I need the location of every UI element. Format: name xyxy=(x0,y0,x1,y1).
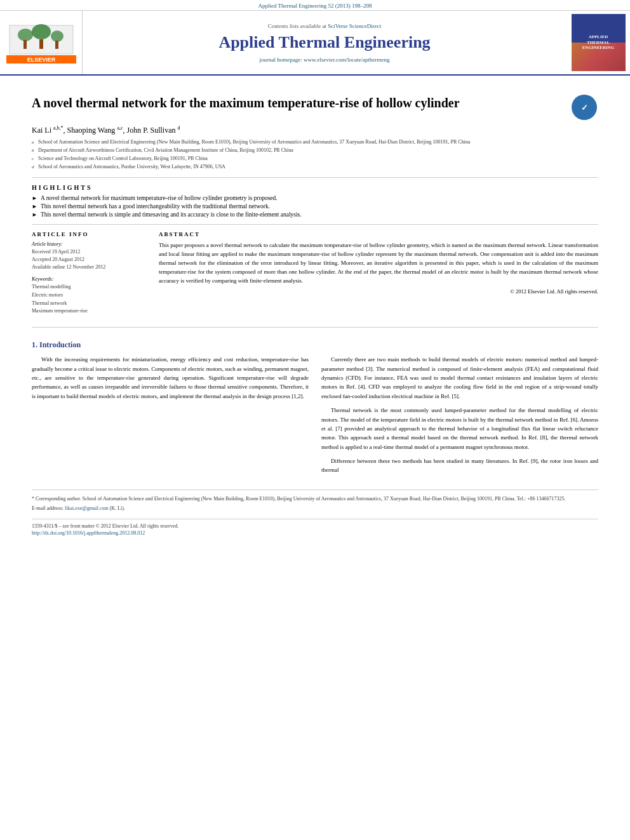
keyword-4: Maximum temperature-rise xyxy=(32,307,146,316)
footer-section: 1359-4311/$ – see front matter © 2012 El… xyxy=(32,519,598,536)
issn-text: 1359-4311/$ – see front matter © 2012 El… xyxy=(32,523,598,529)
journal-cover-image: APPLIEDTHERMALENGINEERING xyxy=(572,14,626,71)
keyword-1: Thermal modelling xyxy=(32,283,146,291)
available-date: Available online 12 November 2012 xyxy=(32,263,146,271)
highlight-item-1: ► A novel thermal network for maximum te… xyxy=(32,195,598,201)
author-super-2: a,c xyxy=(117,125,123,131)
svg-text:ELSEVIER: ELSEVIER xyxy=(27,57,55,63)
introduction-body: With the increasing requirements for min… xyxy=(32,355,598,480)
svg-point-2 xyxy=(32,24,51,39)
received-date: Received 19 April 2012 xyxy=(32,248,146,256)
abstract-column: ABSTRACT This paper proposes a novel the… xyxy=(159,231,598,321)
highlight-item-3: ► This novel thermal network is simple a… xyxy=(32,211,598,218)
svg-rect-6 xyxy=(55,41,58,49)
intro-para-2: Currently there are two main methods to … xyxy=(321,355,598,401)
email-link[interactable]: likai.exe@gmail.com xyxy=(65,505,109,511)
author-super-3: d xyxy=(178,125,180,131)
history-label: Article history: xyxy=(32,241,146,247)
info-abstract-section: ARTICLE INFO Article history: Received 1… xyxy=(32,231,598,321)
journal-header: ELSEVIER Contents lists available at Sci… xyxy=(0,11,630,76)
author-super-1: a,b,* xyxy=(53,125,64,131)
cover-title: APPLIEDTHERMALENGINEERING xyxy=(582,34,615,50)
article-title-text: A novel thermal network for the maximum … xyxy=(32,95,563,111)
crossmark-icon: ✓ xyxy=(572,95,597,120)
footnote-corresponding: * Corresponding author. School of Automa… xyxy=(32,495,598,503)
journal-ref-text: Applied Thermal Engineering 52 (2013) 19… xyxy=(258,3,372,9)
divider-2 xyxy=(32,224,598,225)
article-info-label: ARTICLE INFO xyxy=(32,231,146,237)
keyword-3: Thermal network xyxy=(32,300,146,308)
intro-col-right: Currently there are two main methods to … xyxy=(321,355,598,480)
footnotes-section: * Corresponding author. School of Automa… xyxy=(32,490,598,512)
keyword-2: Electric motors xyxy=(32,291,146,300)
intro-para-4: Difference between these two methods has… xyxy=(321,457,598,475)
highlight-item-2: ► This novel thermal network has a good … xyxy=(32,203,598,210)
svg-point-1 xyxy=(18,29,33,41)
article-history: Article history: Received 19 April 2012 … xyxy=(32,241,146,271)
accepted-date: Accepted 20 August 2012 xyxy=(32,256,146,263)
introduction-section: 1. Introduction With the increasing requ… xyxy=(32,340,598,480)
footnote-email: E-mail address: likai.exe@gmail.com (K. … xyxy=(32,505,598,512)
svg-text:✓: ✓ xyxy=(580,103,587,112)
divider-3 xyxy=(32,327,598,328)
journal-homepage: journal homepage: www.elsevier.com/locat… xyxy=(260,57,390,63)
article-title-section: A novel thermal network for the maximum … xyxy=(32,95,598,120)
journal-homepage-link[interactable]: journal homepage: www.elsevier.com/locat… xyxy=(260,57,390,63)
highlights-label: HIGHLIGHTS xyxy=(32,184,598,191)
journal-header-center: Contents lists available at SciVerse Sci… xyxy=(83,11,566,74)
intro-col-left: With the increasing requirements for min… xyxy=(32,355,309,480)
journal-reference-bar: Applied Thermal Engineering 52 (2013) 19… xyxy=(0,0,630,11)
doi-link[interactable]: http://dx.doi.org/10.1016/j.applthermale… xyxy=(32,530,145,536)
crossmark-badge[interactable]: ✓ xyxy=(570,95,598,120)
authors-line: Kai Li a,b,*, Shaoping Wang a,c, John P.… xyxy=(32,125,598,135)
svg-point-3 xyxy=(51,30,64,42)
elsevier-logo: ELSEVIER xyxy=(6,22,76,63)
journal-cover-area: APPLIEDTHERMALENGINEERING xyxy=(566,11,630,74)
main-content: A novel thermal network for the maximum … xyxy=(0,76,630,545)
affiliation-a: a School of Automation Science and Elect… xyxy=(32,138,598,146)
arrow-icon-3: ► xyxy=(32,211,37,218)
abstract-body: This paper proposes a novel thermal netw… xyxy=(159,241,598,286)
affiliation-c: c Science and Technology on Aircraft Con… xyxy=(32,155,598,163)
affiliation-d: d School of Aeronautics and Astronautics… xyxy=(32,163,598,171)
elsevier-logo-area: ELSEVIER xyxy=(0,11,83,74)
intro-para-3: Thermal network is the most commonly use… xyxy=(321,406,598,451)
arrow-icon-1: ► xyxy=(32,195,37,201)
svg-rect-4 xyxy=(39,39,43,49)
keywords-section: Keywords: Thermal modelling Electric mot… xyxy=(32,276,146,316)
copyright-notice: © 2012 Elsevier Ltd. All rights reserved… xyxy=(159,288,598,295)
abstract-label: ABSTRACT xyxy=(159,231,598,237)
section-title: 1. Introduction xyxy=(32,340,598,350)
doi-text: http://dx.doi.org/10.1016/j.applthermale… xyxy=(32,530,598,536)
sciverse-link[interactable]: SciVerse ScienceDirect xyxy=(328,23,381,29)
sciverse-text: Contents lists available at SciVerse Sci… xyxy=(268,23,382,29)
affiliation-b: b Department of Aircraft Airworthiness C… xyxy=(32,147,598,154)
intro-para-1: With the increasing requirements for min… xyxy=(32,355,309,401)
keywords-label: Keywords: xyxy=(32,276,146,282)
divider-1 xyxy=(32,177,598,178)
journal-title: Applied Thermal Engineering xyxy=(218,33,430,52)
affiliations-section: a School of Automation Science and Elect… xyxy=(32,138,598,171)
article-info-column: ARTICLE INFO Article history: Received 1… xyxy=(32,231,146,321)
arrow-icon-2: ► xyxy=(32,203,37,210)
svg-rect-5 xyxy=(23,40,27,49)
